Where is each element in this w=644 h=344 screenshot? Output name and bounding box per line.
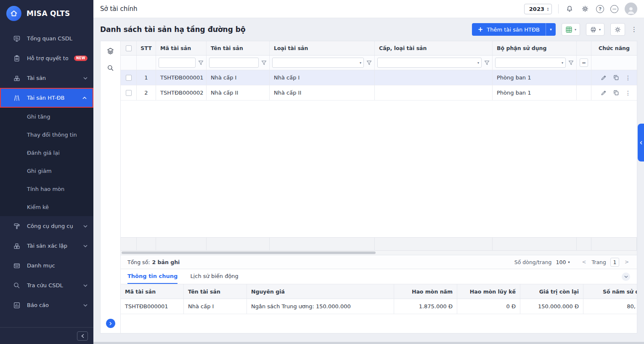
filter-ten-cell — [207, 56, 270, 70]
sidebar-item-tong-quan-csdl[interactable]: Tổng quan CSDL — [0, 29, 93, 48]
year-spinner-icon[interactable]: ▴ ▾ — [547, 7, 549, 11]
submenu-item-danh-gia-lai[interactable]: Đánh giá lại — [0, 144, 93, 162]
chevron-down-icon[interactable]: ▾ — [477, 61, 479, 65]
add-asset-button[interactable]: + Thêm tài sản HTĐB — [472, 23, 546, 36]
sidebar-item-label: Báo cáo — [27, 302, 77, 308]
next-page-button[interactable]: > — [623, 259, 630, 265]
sidebar-item-label: Tài sản xác lập — [27, 243, 77, 249]
add-asset-split-button: + Thêm tài sản HTĐB ▾ — [472, 23, 556, 36]
sidebar-item-bao-cao[interactable]: Báo cáo — [0, 295, 93, 315]
detail-cell-gia-tri-con-lai: 150.000.000 Đ — [520, 299, 583, 314]
row-checkbox[interactable] — [126, 75, 132, 81]
submenu-item-ghi-giam[interactable]: Ghi giảm — [0, 162, 93, 180]
collapse-detail-button[interactable] — [622, 273, 630, 281]
filter-input-ma-tai-san[interactable] — [159, 58, 196, 68]
detail-col-ma: Mã tài sản — [121, 284, 184, 299]
submenu-item-ghi-tang[interactable]: Ghi tăng — [0, 108, 93, 126]
cell-cap-loai — [375, 85, 493, 100]
chevron-down-icon[interactable]: ▾ — [562, 61, 563, 65]
sidebar-collapse-button[interactable] — [77, 331, 88, 341]
more-button[interactable]: ⋯ — [610, 5, 618, 13]
submenu-item-thay-doi-thong-tin[interactable]: Thay đổi thông tin — [0, 126, 93, 144]
column-header-ma-tai-san[interactable]: Mã tài sản — [156, 41, 207, 55]
sidebar-item-tai-san-ht-db[interactable]: Tài sản HT-ĐB — [0, 88, 93, 108]
sidebar-item-ho-tro-quyet-toan[interactable]: Hỗ trợ quyết toán NEW — [0, 48, 93, 68]
sidebar-item-danh-muc[interactable]: Danh mục — [0, 256, 93, 275]
rows-per-page-select[interactable]: 100 ▾ — [556, 259, 570, 265]
sidebar-item-label: Tài sản HT-ĐB — [27, 95, 77, 101]
filter-bo-phan-cell: ▾ — [493, 56, 577, 70]
sidebar-item-cong-cu-dung-cu[interactable]: Công cụ dụng cụ — [0, 216, 93, 236]
year-selector[interactable]: 2023 ▴ ▾ — [524, 4, 552, 14]
filter-select-loai-tai-san[interactable] — [272, 58, 364, 68]
rows-per-page-label: Số dòng/trang — [514, 259, 552, 265]
edit-icon[interactable] — [601, 74, 607, 81]
dashboard-icon — [13, 35, 21, 42]
filter-funnel-icon[interactable] — [261, 60, 267, 66]
avatar[interactable] — [625, 3, 637, 15]
filter-funnel-icon[interactable] — [198, 60, 204, 66]
row-kebab-icon[interactable]: ⋮ — [625, 74, 631, 81]
current-page[interactable]: 1 — [610, 258, 619, 267]
column-header-cap-loai-tai-san[interactable]: Cấp, loại tài sản — [375, 41, 493, 55]
sidebar-item-tai-san-xac-lap[interactable]: Tài sản xác lập — [0, 236, 93, 256]
table-row[interactable]: 1 TSHTĐB000001 Nhà cấp I Nhà cấp I Phòng… — [121, 70, 637, 85]
scrollbar-thumb[interactable] — [122, 251, 376, 254]
spinner-down-icon[interactable]: ▾ — [547, 9, 549, 11]
filter-select-bo-phan[interactable] — [495, 58, 566, 68]
help-button[interactable]: ? — [596, 5, 604, 13]
notifications-button[interactable] — [565, 4, 574, 13]
row-kebab-icon[interactable]: ⋮ — [625, 90, 631, 96]
filter-funnel-icon[interactable] — [484, 60, 490, 66]
filter-input-ten-tai-san[interactable] — [209, 58, 259, 68]
grid-body: 1 TSHTĐB000001 Nhà cấp I Nhà cấp I Phòng… — [121, 70, 637, 237]
expand-side-panel-handle[interactable] — [638, 124, 644, 161]
filter-funnel-icon[interactable] — [366, 60, 372, 66]
filter-select-cap-loai[interactable] — [377, 58, 482, 68]
sidebar-nav: Tổng quan CSDL Hỗ trợ quyết toán NEW Tài… — [0, 29, 93, 315]
prev-page-button[interactable]: < — [580, 259, 587, 265]
layers-icon[interactable] — [106, 47, 114, 55]
column-header-stt[interactable]: STT — [137, 41, 156, 55]
submenu-item-label: Ghi giảm — [27, 168, 52, 174]
row-checkbox[interactable] — [126, 90, 132, 96]
detail-row[interactable]: TSHTĐB000001 Nhà cấp I Ngân sách Trung ư… — [121, 299, 637, 314]
sidebar-footer — [0, 327, 93, 344]
total-value: 2 bản ghi — [152, 259, 180, 265]
detail-tabs: Thông tin chung Lịch sử biến động — [121, 269, 637, 284]
filter-operator-button[interactable]: = — [580, 58, 588, 67]
select-all-checkbox[interactable] — [126, 45, 132, 51]
horizontal-scrollbar[interactable] — [121, 251, 637, 255]
cell-loai-tai-san: Nhà cấp I — [270, 70, 375, 85]
filter-funnel-icon[interactable] — [568, 60, 574, 66]
column-header-loai-tai-san[interactable]: Loại tài sản — [270, 41, 375, 55]
table-row[interactable]: 2 TSHTĐB000002 Nhà cấp II Nhà cấp II Phò… — [121, 85, 637, 101]
copy-icon[interactable] — [613, 74, 619, 81]
tab-thong-tin-chung[interactable]: Thông tin chung — [127, 269, 178, 284]
add-asset-dropdown-button[interactable]: ▾ — [546, 23, 556, 36]
sidebar-item-tai-san[interactable]: Tài sản — [0, 68, 93, 88]
chevron-down-icon — [83, 77, 87, 79]
copy-icon[interactable] — [613, 90, 619, 96]
sidebar-submenu: Ghi tăng Thay đổi thông tin Đánh giá lại… — [0, 108, 93, 216]
submenu-item-tinh-hao-mon[interactable]: Tính hao mòn — [0, 180, 93, 198]
chevron-down-icon — [83, 304, 87, 307]
print-button[interactable]: ▾ — [586, 23, 604, 36]
more-actions-button[interactable]: ⋮ — [631, 26, 637, 33]
tab-lich-su-bien-dong[interactable]: Lịch sử biến động — [190, 269, 238, 284]
kebab-icon: ⋮ — [631, 26, 637, 33]
edit-icon[interactable] — [601, 90, 607, 96]
submenu-item-label: Thay đổi thông tin — [27, 132, 77, 138]
settings-button[interactable] — [580, 4, 590, 13]
sidebar-item-tra-cuu-csdl[interactable]: Tra cứu CSDL — [0, 275, 93, 295]
search-icon[interactable] — [107, 64, 114, 72]
sidebar-item-label: Danh mục — [27, 262, 87, 269]
export-excel-button[interactable]: ▾ — [562, 23, 580, 36]
detail-cell-so-nam-su-dung: 80, — [583, 299, 637, 314]
submenu-item-kiem-ke[interactable]: Kiểm kê — [0, 198, 93, 216]
chevron-down-icon[interactable]: ▾ — [360, 61, 361, 65]
column-header-ten-tai-san[interactable]: Tên tài sản — [207, 41, 270, 55]
grid-settings-button[interactable] — [610, 23, 625, 36]
expand-strip-button[interactable] — [106, 319, 115, 328]
column-header-bo-phan-su-dung[interactable]: Bộ phận sử dụng — [493, 41, 577, 55]
